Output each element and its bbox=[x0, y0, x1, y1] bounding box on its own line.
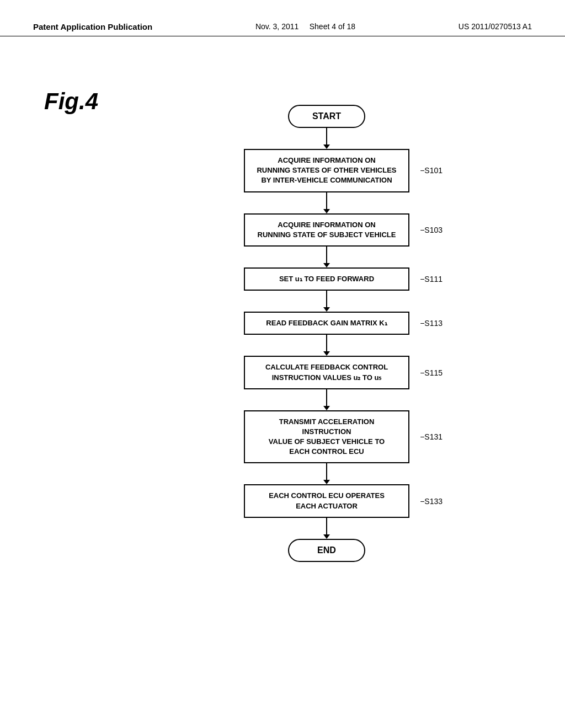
step-label-s101: −S101 bbox=[420, 166, 443, 175]
connector-1 bbox=[326, 128, 327, 144]
page-header: Patent Application Publication Nov. 3, 2… bbox=[0, 0, 565, 36]
step-s111: SET u₁ TO FEED FORWARD bbox=[244, 267, 409, 291]
step-label-s131: −S131 bbox=[420, 432, 443, 441]
step-s101-wrapper: ACQUIRE INFORMATION ONRUNNING STATES OF … bbox=[216, 149, 437, 192]
arrow-3 bbox=[323, 263, 330, 267]
step-s111-wrapper: SET u₁ TO FEED FORWARD −S111 bbox=[216, 267, 437, 291]
connector-5 bbox=[326, 335, 327, 351]
step-s113: READ FEEDBACK GAIN MATRIX K₁ bbox=[244, 312, 409, 335]
arrow-7 bbox=[323, 480, 330, 484]
sheet-number: Sheet 4 of 18 bbox=[310, 22, 355, 31]
connector-3 bbox=[326, 247, 327, 263]
arrow-8 bbox=[323, 534, 330, 539]
step-s131-wrapper: TRANSMIT ACCELERATION INSTRUCTIONVALUE O… bbox=[216, 410, 437, 464]
connector-2 bbox=[326, 192, 327, 209]
connector-6 bbox=[326, 389, 327, 406]
arrow-5 bbox=[323, 351, 330, 356]
end-node: END bbox=[288, 539, 365, 562]
step-s103-wrapper: ACQUIRE INFORMATION ONRUNNING STATE OF S… bbox=[216, 213, 437, 247]
patent-number: US 2011/0270513 A1 bbox=[459, 22, 532, 31]
arrow-1 bbox=[323, 144, 330, 149]
step-s115: CALCULATE FEEDBACK CONTROLINSTRUCTION VA… bbox=[244, 356, 409, 389]
step-s131: TRANSMIT ACCELERATION INSTRUCTIONVALUE O… bbox=[244, 410, 409, 464]
step-s115-wrapper: CALCULATE FEEDBACK CONTROLINSTRUCTION VA… bbox=[216, 356, 437, 389]
step-s101: ACQUIRE INFORMATION ONRUNNING STATES OF … bbox=[244, 149, 409, 192]
step-s133: EACH CONTROL ECU OPERATESEACH ACTUATOR bbox=[244, 484, 409, 517]
step-s133-wrapper: EACH CONTROL ECU OPERATESEACH ACTUATOR −… bbox=[216, 484, 437, 517]
step-label-s133: −S133 bbox=[420, 497, 443, 506]
figure-label: Fig.4 bbox=[44, 88, 98, 115]
start-node: START bbox=[288, 105, 365, 128]
step-label-s115: −S115 bbox=[420, 368, 443, 377]
step-s103: ACQUIRE INFORMATION ONRUNNING STATE OF S… bbox=[244, 213, 409, 247]
publication-date: Nov. 3, 2011 bbox=[255, 22, 299, 31]
connector-4 bbox=[326, 291, 327, 307]
step-label-s103: −S103 bbox=[420, 226, 443, 234]
arrow-4 bbox=[323, 307, 330, 312]
header-middle: Nov. 3, 2011 Sheet 4 of 18 bbox=[255, 22, 355, 31]
step-label-s113: −S113 bbox=[420, 319, 443, 328]
arrow-6 bbox=[323, 406, 330, 410]
arrow-2 bbox=[323, 209, 330, 213]
connector-7 bbox=[326, 463, 327, 480]
step-label-s111: −S111 bbox=[420, 275, 443, 283]
connector-8 bbox=[326, 518, 327, 534]
flowchart: START ACQUIRE INFORMATION ONRUNNING STAT… bbox=[222, 105, 431, 562]
publication-title: Patent Application Publication bbox=[33, 22, 152, 31]
step-s113-wrapper: READ FEEDBACK GAIN MATRIX K₁ −S113 bbox=[216, 312, 437, 335]
